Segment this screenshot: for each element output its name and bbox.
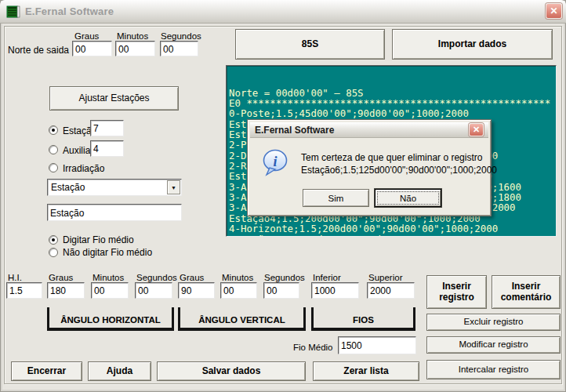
inferior-label: Inferior [313, 273, 341, 282]
norte-segundos-input[interactable] [160, 41, 198, 56]
v-graus-label: Graus [180, 273, 204, 282]
h-minutos-input[interactable] [91, 282, 129, 299]
fios-bracket: FIOS [311, 307, 415, 331]
radio-irradiacao-label: Irradiação [63, 163, 104, 174]
radio-nao-digitar-label: Não digitar Fio médio [63, 247, 152, 258]
dialog-message-line2: Estação6;1.5;125d00'00";90d00'00";1000;2… [301, 165, 497, 176]
h-graus-input[interactable] [47, 282, 85, 299]
auxiliar-number-input[interactable] [90, 140, 124, 157]
modificar-registro-button[interactable]: Modificar registro [426, 336, 561, 354]
fio-medio-label: Fio Médio [293, 343, 333, 352]
v-minutos-label: Minutos [222, 273, 253, 282]
fio-inferior-input[interactable] [311, 282, 359, 299]
h-segundos-label: Segundos [136, 273, 177, 282]
h-graus-label: Graus [49, 273, 73, 282]
nome-ponto-input[interactable] [47, 204, 182, 221]
radio-digitar-label: Digitar Fio médio [63, 234, 134, 245]
angulo-horizontal-bracket: ÂNGULO HORIZONTAL [47, 307, 174, 331]
hi-input[interactable] [6, 282, 42, 299]
h-minutos-label: Minutos [93, 273, 124, 282]
datum-85s-button[interactable]: 85S [235, 29, 385, 60]
dialog-message-line1: Tem certeza de que quer eliminar o regis… [301, 152, 482, 163]
close-icon[interactable]: ✕ [546, 3, 562, 19]
angulo-vertical-label: ÂNGULO VERTICAL [180, 315, 303, 325]
window-title: E.Fernal Software [25, 5, 114, 17]
radio-irradiacao[interactable] [49, 163, 58, 172]
salvar-dados-button[interactable]: Salvar dados [157, 361, 306, 381]
app-window: E.Fernal Software ✕ Norte de saida Graus… [0, 0, 566, 392]
inserir-comentario-button[interactable]: Inserir comentário [492, 275, 561, 309]
estacao-number-input[interactable] [90, 120, 124, 136]
title-bar: E.Fernal Software ✕ [0, 0, 566, 24]
console-line[interactable]: Estação5;1.5;90d00'00";90d00'00";1000;22… [229, 234, 556, 238]
v-graus-input[interactable] [178, 282, 215, 299]
chevron-down-icon[interactable]: ▼ [167, 180, 180, 194]
h-segundos-input[interactable] [135, 282, 172, 299]
ajuda-button[interactable]: Ajuda [88, 361, 151, 381]
console-line[interactable]: 0-Poste;1.5;45d00'00";90d00'00";1000;200… [229, 108, 556, 118]
fio-superior-input[interactable] [367, 282, 415, 299]
radio-digitar-fio-medio[interactable] [49, 235, 58, 245]
importar-dados-button[interactable]: Importar dados [392, 29, 553, 60]
nao-button[interactable]: Não [375, 189, 441, 207]
v-minutos-input[interactable] [220, 282, 257, 299]
dialog-title: E.Fernal Software [255, 125, 334, 136]
app-icon [6, 5, 20, 19]
zerar-lista-button[interactable]: Zerar lista [313, 361, 419, 381]
segundos-label: Segundos [161, 31, 201, 41]
minutos-label: Minutos [117, 31, 148, 41]
tipo-combobox[interactable]: Estação ▼ [47, 179, 182, 196]
dialog-close-icon[interactable]: ✕ [469, 123, 484, 136]
angulo-horizontal-label: ÂNGULO HORIZONTAL [49, 315, 172, 325]
v-segundos-label: Segundos [264, 273, 305, 282]
radio-nao-digitar-fio-medio[interactable] [49, 248, 58, 257]
radio-auxiliar[interactable] [49, 145, 58, 154]
excluir-registro-button[interactable]: Excluir registro [426, 314, 561, 331]
encerrar-button[interactable]: Encerrar [11, 361, 82, 381]
console-line[interactable]: Norte = 00d00'00" – 85S [229, 88, 556, 98]
confirm-delete-dialog: E.Fernal Software ✕ i Tem certeza de que… [247, 119, 492, 216]
ajustar-estacoes-button[interactable]: Ajustar Estações [49, 86, 179, 111]
norte-minutos-input[interactable] [115, 41, 155, 56]
fio-medio-input[interactable] [338, 336, 416, 354]
intercalar-registro-button[interactable]: Intercalar registro [426, 360, 561, 379]
norte-graus-input[interactable] [72, 41, 112, 56]
combobox-value: Estação [51, 182, 85, 193]
dialog-title-bar: E.Fernal Software ✕ [250, 122, 488, 138]
sim-button[interactable]: Sim [303, 189, 369, 207]
superior-label: Superior [368, 273, 402, 282]
hi-label: H.I. [8, 273, 22, 282]
norte-de-saida-label: Norte de saida [8, 45, 69, 56]
radio-auxiliar-label: Auxiliar [63, 145, 93, 156]
fios-label: FIOS [314, 315, 413, 325]
graus-label: Graus [74, 31, 99, 41]
info-icon: i [261, 148, 290, 177]
inserir-registro-button[interactable]: Inserir registro [426, 275, 487, 309]
angulo-vertical-bracket: ÂNGULO VERTICAL [178, 307, 306, 331]
console-line[interactable]: E0 *************************************… [229, 98, 556, 108]
svg-text:i: i [273, 154, 277, 169]
console-line[interactable]: 4-Horizonte;1.5;200d00'00";90d00'00";100… [229, 223, 556, 234]
radio-estacao[interactable] [49, 125, 58, 135]
v-segundos-input[interactable] [263, 282, 299, 299]
